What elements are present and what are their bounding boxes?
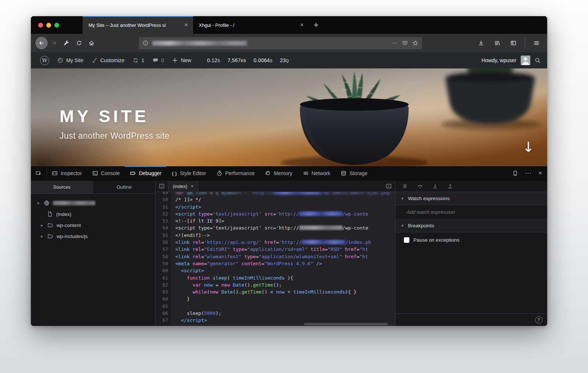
watch-expressions-header[interactable]: ▾ Watch expressions [395,192,547,205]
line-number[interactable]: 63 [155,288,168,295]
devtools-tab-network[interactable]: Network [298,166,336,180]
query-monitor-stats[interactable]: 0.12S 7,567KB 0.0064S 23Q [203,57,293,63]
step-in-icon[interactable] [432,183,438,189]
line-number[interactable]: 52 [155,210,168,217]
caret-right-icon[interactable]: ▸ [40,223,44,228]
site-info-icon[interactable] [143,40,148,46]
bookmark-star-icon[interactable] [412,40,418,46]
devtools-tab-memory[interactable]: Memory [260,166,298,180]
line-number[interactable]: 61 [155,274,168,281]
wp-admin-bar: W My Site Customize 1 0 New 0.12S 7,567K… [31,52,547,68]
code-area[interactable]: 49505152535455565758596061626364656667 v… [155,192,395,326]
line-number[interactable]: 62 [155,281,168,288]
adminbar-new[interactable]: New [168,52,195,68]
devtools-tab-style-editor[interactable]: { }Style Editor [166,166,211,180]
browser-tab-xhgui[interactable]: Xhgui - Profile - / × [193,16,309,34]
downloads-button[interactable] [475,37,487,49]
step-out-icon[interactable] [447,183,453,189]
add-watch-expression-input[interactable]: Add watch expression [395,205,547,219]
paintbrush-icon [92,57,97,63]
devtools-tab-performance[interactable]: Performance [211,166,260,180]
breakpoints-header[interactable]: ▾ Breakpoints [395,219,547,232]
adminbar-customize[interactable]: Customize [87,52,129,68]
minimize-window-button[interactable] [46,23,51,28]
line-number[interactable]: 55 [155,232,168,239]
devtools-tab-debugger[interactable]: Debugger [125,166,167,180]
page-actions-icon[interactable] [392,40,398,46]
line-number-gutter[interactable]: 49505152535455565758596061626364656667 [155,192,172,324]
line-number[interactable]: 58 [155,253,168,260]
tab-sources[interactable]: Sources [31,181,93,193]
pause-icon[interactable] [402,183,408,189]
source-folder-wp-content[interactable]: ▸ wp-content [31,220,155,231]
line-number[interactable]: 51 [155,203,168,210]
collapse-sources-button[interactable] [155,181,168,192]
source-folder-wp-includes[interactable]: ▸ wp-includes/js [31,231,155,242]
pocket-icon[interactable] [402,40,408,46]
line-number[interactable]: 66 [155,310,168,317]
adminbar-my-site[interactable]: My Site [53,52,87,68]
scroll-down-arrow[interactable]: ↓ [523,139,534,155]
browser-tab-my-site[interactable]: My Site – Just another WordPress si × [83,16,193,34]
sidebar-icon [510,40,516,46]
user-avatar[interactable] [521,56,530,65]
reload-button[interactable] [73,37,85,49]
line-number[interactable]: 59 [155,260,168,267]
toolbar-separator [525,38,525,48]
editor-tab-index[interactable]: (index) × [168,181,198,192]
devtools-tab-label: Debugger [139,170,162,176]
code-line: <script type='text/javascript' src='http… [175,210,395,217]
tab-outline[interactable]: Outline [93,181,155,193]
line-number[interactable]: 56 [155,239,168,246]
howdy-user[interactable]: Howdy, wpuser [481,57,516,63]
close-editor-tab-icon[interactable]: × [191,183,194,189]
line-number[interactable]: 60 [155,267,168,274]
line-number[interactable]: 49 [155,192,168,196]
close-window-button[interactable] [38,23,43,28]
source-root-domain[interactable]: ▾ [31,198,155,209]
code-line: <meta name="generator" content="WordPres… [175,260,395,267]
caret-right-icon[interactable]: ▸ [40,234,44,239]
caret-down-icon[interactable]: ▾ [36,201,40,206]
wp-logo-menu[interactable]: W [36,52,53,68]
new-tab-button[interactable]: + [309,16,323,34]
forward-button[interactable] [48,37,60,49]
responsive-design-icon[interactable] [512,170,518,176]
library-button[interactable] [491,37,503,49]
pause-on-exceptions-checkbox[interactable] [404,237,409,243]
devtools-tab-storage[interactable]: Storage [336,166,373,180]
line-number[interactable]: 65 [155,303,168,310]
folder-icon [47,222,53,228]
line-number[interactable]: 54 [155,224,168,231]
expand-panel-button[interactable] [383,183,395,189]
devtools-tab-label: Performance [225,170,255,176]
line-number[interactable]: 57 [155,246,168,253]
line-number[interactable]: 50 [155,196,168,203]
close-devtools-icon[interactable]: × [538,170,542,177]
sidebar-button[interactable] [507,37,520,49]
close-tab-icon[interactable]: × [183,22,189,28]
url-bar[interactable] [139,37,422,49]
zoom-window-button[interactable] [54,23,59,28]
devtools-tab-inspector[interactable]: Inspector [47,166,87,180]
pick-element-button[interactable] [31,166,46,180]
back-button[interactable] [35,37,48,49]
close-tab-icon[interactable]: × [299,22,305,28]
line-number[interactable]: 64 [155,295,168,302]
search-icon[interactable] [535,57,541,63]
page-tools-button[interactable] [60,37,73,49]
line-number[interactable]: 53 [155,217,168,224]
adminbar-updates[interactable]: 1 [129,52,148,68]
source-file-index[interactable]: (index) [31,209,155,220]
help-icon[interactable]: ? [535,316,542,324]
step-over-icon[interactable] [417,183,423,189]
adminbar-comments[interactable]: 0 [148,52,168,68]
menu-button[interactable] [530,37,543,49]
domain-redacted-text [53,201,95,205]
devtools-tab-console[interactable]: Console [87,166,125,180]
home-button[interactable] [85,37,98,49]
browser-window[interactable]: My Site – Just another WordPress si × Xh… [31,16,547,326]
line-number[interactable]: 67 [155,317,168,324]
devtools-menu-icon[interactable]: ⋯ [525,169,532,177]
horizontal-scrollbar[interactable] [304,323,388,325]
